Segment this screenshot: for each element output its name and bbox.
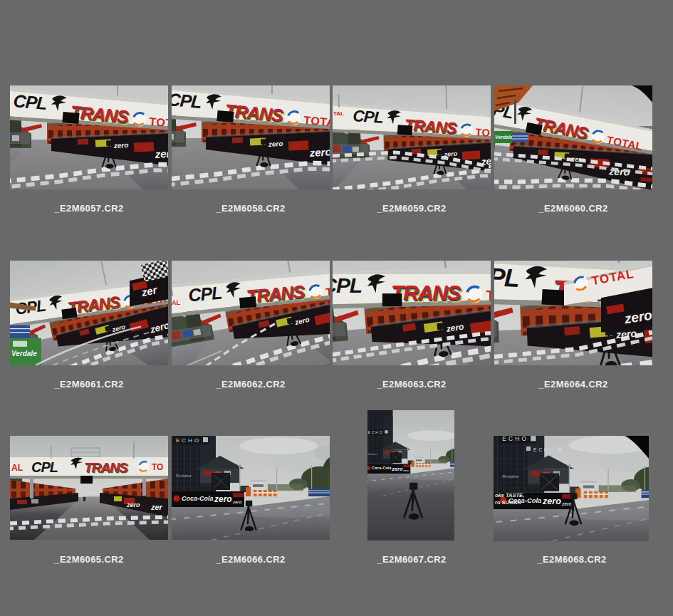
photo-image: oke TASTE, ro SUGAR ECHO: [494, 436, 649, 541]
photo-thumbnail-e2m6061[interactable]: zer Verdale: [10, 261, 168, 365]
svg-text:ECHO: ECHO: [533, 447, 555, 452]
photo-image: TOTAL zero: [494, 261, 652, 365]
photo-thumbnail-e2m6062[interactable]: AL: [172, 261, 330, 365]
photo-filename[interactable]: _E2M6063.CR2: [333, 379, 491, 390]
photo-thumbnail-e2m6060[interactable]: Verdale: [494, 85, 652, 189]
photo-filename[interactable]: _E2M6060.CR2: [494, 203, 652, 214]
photo-image: [333, 261, 491, 365]
svg-text:ro SUGAR: ro SUGAR: [495, 499, 521, 506]
photo-thumbnail-e2m6058[interactable]: [172, 85, 330, 189]
photo-image: [367, 410, 454, 541]
photo-thumbnail-e2m6067[interactable]: [367, 410, 454, 541]
photo-thumbnail-e2m6057[interactable]: [10, 85, 168, 189]
photo-image: zer Verdale: [10, 261, 168, 365]
photo-thumbnail-e2m6064[interactable]: TOTAL zero: [494, 261, 652, 365]
photo-filename[interactable]: _E2M6057.CR2: [10, 203, 168, 214]
photo-image: Verdale: [494, 85, 652, 189]
photo-image: TAL: [333, 85, 491, 189]
svg-text:oke TASTE,: oke TASTE,: [495, 492, 524, 498]
photo-thumbnail-e2m6063[interactable]: [333, 261, 491, 365]
photo-filename[interactable]: _E2M6061.CR2: [10, 379, 168, 390]
svg-text:TAL: TAL: [333, 110, 344, 117]
svg-text:Verdale: Verdale: [11, 350, 37, 357]
photo-filename[interactable]: _E2M6066.CR2: [172, 554, 330, 565]
photo-filename[interactable]: _E2M6064.CR2: [494, 379, 652, 390]
photo-image: [10, 85, 168, 189]
photo-thumbnail-e2m6059[interactable]: TAL: [333, 85, 491, 189]
svg-text:AL: AL: [172, 299, 180, 306]
photo-filename[interactable]: _E2M6068.CR2: [493, 554, 651, 565]
photo-thumbnail-e2m6068[interactable]: oke TASTE, ro SUGAR ECHO: [494, 436, 649, 541]
photo-filename[interactable]: _E2M6062.CR2: [172, 379, 330, 390]
photo-filename[interactable]: _E2M6065.CR2: [10, 554, 168, 565]
photo-image: AL: [172, 261, 330, 365]
photo-thumbnail-e2m6066[interactable]: [172, 436, 330, 540]
photo-image: [172, 85, 330, 189]
photo-filename[interactable]: _E2M6058.CR2: [172, 203, 330, 214]
photo-filename[interactable]: _E2M6059.CR2: [333, 203, 491, 214]
photo-filename[interactable]: _E2M6067.CR2: [333, 554, 491, 565]
svg-text:Verdale: Verdale: [495, 135, 513, 140]
photo-thumbnail-e2m6065[interactable]: [10, 436, 168, 540]
photo-image: [10, 436, 168, 540]
photo-image: [172, 436, 330, 540]
